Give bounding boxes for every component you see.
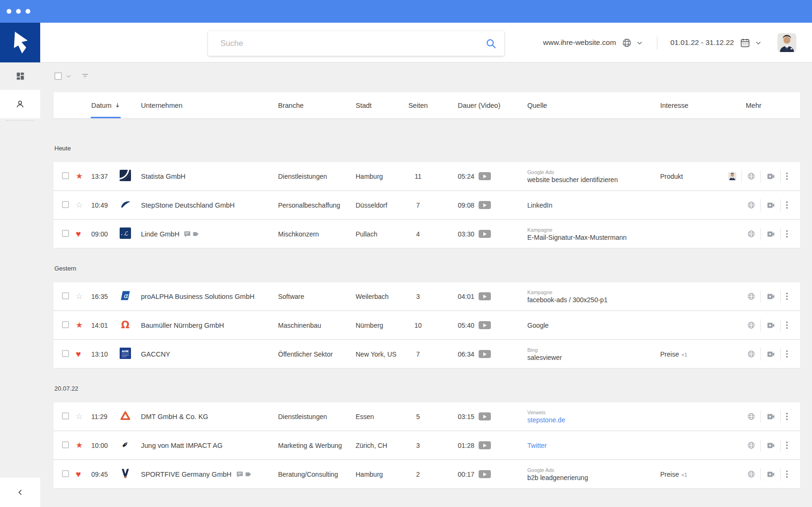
website-globe-icon[interactable]: [747, 292, 755, 300]
heart-icon[interactable]: ♥: [76, 229, 81, 239]
star-filled-icon[interactable]: ★: [76, 321, 83, 330]
star-outline-icon[interactable]: ☆: [76, 201, 83, 210]
row-checkbox[interactable]: [62, 350, 69, 357]
table-row[interactable]: ☆ 16:35 α proALPHA Business Solutions Gm…: [53, 282, 800, 310]
comment-icon[interactable]: [184, 231, 191, 237]
video-recording-icon[interactable]: [767, 350, 775, 358]
window-dot-1[interactable]: [7, 9, 11, 14]
select-all-checkbox[interactable]: [54, 72, 62, 80]
column-header-interesse[interactable]: Interesse: [656, 102, 723, 109]
row-menu-icon[interactable]: [786, 201, 788, 209]
website-globe-icon[interactable]: [747, 350, 755, 358]
play-video-button[interactable]: [479, 230, 491, 238]
website-globe-icon[interactable]: [747, 201, 755, 209]
contact-avatar[interactable]: [728, 172, 736, 180]
column-header-branche[interactable]: Branche: [278, 102, 356, 109]
search-input[interactable]: [208, 39, 478, 48]
play-video-button[interactable]: [479, 292, 491, 300]
star-filled-icon[interactable]: ★: [76, 441, 83, 450]
video-recording-icon[interactable]: [767, 321, 775, 330]
row-menu-icon[interactable]: [786, 470, 788, 478]
row-checkbox[interactable]: [62, 441, 69, 448]
sidebar-item-dashboard[interactable]: [0, 62, 40, 90]
table-row[interactable]: ♥ 13:10 AHK GACCNY Öffentlicher Sektor N…: [53, 340, 800, 368]
row-checkbox[interactable]: [62, 230, 69, 237]
sidebar-item-visitors[interactable]: [0, 90, 40, 118]
video-recording-icon[interactable]: [767, 412, 775, 421]
user-avatar[interactable]: [777, 33, 796, 52]
table-row[interactable]: ★ 13:37 Statista GmbH Dienstleistungen H…: [53, 162, 800, 190]
play-video-button[interactable]: [479, 201, 491, 209]
video-recording-icon[interactable]: [767, 172, 775, 181]
search-bar[interactable]: [208, 31, 504, 56]
search-button[interactable]: [478, 31, 504, 56]
select-dropdown-icon[interactable]: [65, 72, 72, 80]
comment-icon[interactable]: [236, 471, 243, 478]
star-outline-icon[interactable]: ☆: [76, 412, 83, 421]
source-value[interactable]: website besucher identifizieren: [527, 175, 656, 184]
video-recording-icon[interactable]: [767, 470, 775, 479]
row-checkbox[interactable]: [62, 201, 69, 208]
tag-icon[interactable]: [192, 231, 199, 237]
app-logo[interactable]: [0, 23, 40, 62]
play-video-button[interactable]: [479, 350, 491, 358]
column-header-mehr[interactable]: Mehr: [723, 102, 800, 109]
play-video-button[interactable]: [479, 321, 491, 329]
row-menu-icon[interactable]: [786, 230, 788, 238]
source-value[interactable]: facebook-ads / 300x250-p1: [527, 296, 656, 304]
website-globe-icon[interactable]: [747, 412, 755, 420]
row-checkbox[interactable]: [62, 292, 69, 299]
website-globe-icon[interactable]: [747, 172, 755, 180]
table-row[interactable]: ♥ 09:00 ℒ Linde GmbH Mischkonzern Pullac…: [53, 220, 800, 248]
play-video-button[interactable]: [479, 470, 491, 478]
heart-icon[interactable]: ♥: [76, 349, 81, 359]
column-header-seiten[interactable]: Seiten: [408, 102, 428, 109]
source-value[interactable]: LinkedIn: [527, 201, 656, 210]
table-row[interactable]: ★ 14:01 Ω Baumüller Nürnberg GmbH Maschi…: [53, 311, 800, 339]
source-value[interactable]: Google: [527, 321, 656, 330]
video-recording-icon[interactable]: [767, 441, 775, 450]
table-row[interactable]: ☆ 11:29 DMT GmbH & Co. KG Dienstleistung…: [53, 402, 800, 430]
source-value[interactable]: salesviewer: [527, 353, 656, 362]
website-globe-icon[interactable]: [747, 441, 755, 449]
column-header-dauer[interactable]: Dauer (Video): [428, 102, 503, 109]
row-menu-icon[interactable]: [786, 321, 788, 329]
row-checkbox[interactable]: [62, 412, 69, 420]
sidebar-collapse-button[interactable]: [0, 478, 40, 507]
date-range-picker[interactable]: 01.01.22 - 31.12.22: [671, 37, 762, 48]
column-header-stadt[interactable]: Stadt: [356, 102, 408, 109]
row-menu-icon[interactable]: [786, 350, 788, 358]
column-header-quelle[interactable]: Quelle: [503, 102, 656, 109]
source-value[interactable]: Twitter: [527, 441, 656, 450]
window-dot-2[interactable]: [16, 9, 21, 14]
play-video-button[interactable]: [479, 441, 491, 449]
row-menu-icon[interactable]: [786, 172, 788, 180]
play-video-button[interactable]: [479, 172, 491, 180]
table-row[interactable]: ★ 10:00 ✒ Jung von Matt IMPACT AG Market…: [53, 431, 800, 459]
filter-icon[interactable]: [81, 72, 89, 80]
row-checkbox[interactable]: [62, 321, 69, 328]
video-recording-icon[interactable]: [767, 230, 775, 238]
star-filled-icon[interactable]: ★: [76, 172, 83, 181]
source-value[interactable]: E-Mail-Signatur-Max-Mustermann: [527, 233, 656, 242]
window-dot-3[interactable]: [26, 9, 30, 14]
table-row[interactable]: ☆ 10:49 StepStone Deutschland GmbH Perso…: [53, 191, 800, 219]
row-menu-icon[interactable]: [786, 412, 788, 420]
website-globe-icon[interactable]: [747, 230, 755, 238]
row-checkbox[interactable]: [62, 470, 69, 477]
table-row[interactable]: ♥ 09:45 SPORTFIVE Germany GmbH Beratung/…: [53, 460, 800, 488]
column-header-datum[interactable]: Datum: [91, 102, 120, 109]
website-globe-icon[interactable]: [747, 470, 755, 478]
play-video-button[interactable]: [479, 412, 491, 420]
source-value[interactable]: stepstone.de: [527, 416, 656, 424]
row-menu-icon[interactable]: [786, 292, 788, 300]
video-recording-icon[interactable]: [767, 292, 775, 301]
video-recording-icon[interactable]: [767, 201, 775, 210]
tag-icon[interactable]: [245, 471, 252, 478]
column-header-unternehmen[interactable]: Unternehmen: [141, 102, 278, 109]
row-menu-icon[interactable]: [786, 441, 788, 449]
website-globe-icon[interactable]: [747, 321, 755, 329]
heart-icon[interactable]: ♥: [76, 469, 81, 479]
star-outline-icon[interactable]: ☆: [76, 292, 83, 301]
website-selector[interactable]: www.ihre-website.com: [543, 38, 643, 48]
